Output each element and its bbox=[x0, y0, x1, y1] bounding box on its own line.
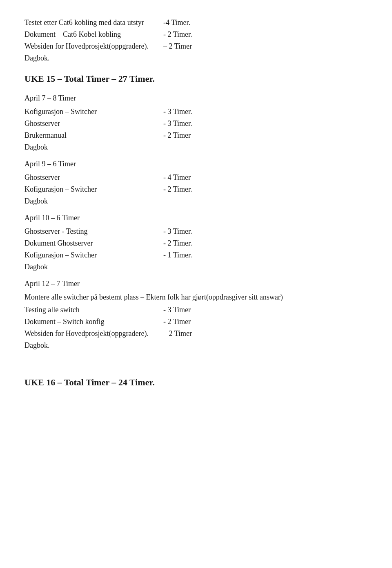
intro-section: Testet etter Cat6 kobling med data utsty… bbox=[24, 17, 368, 64]
april12-value-1: - 3 Timer bbox=[163, 304, 368, 315]
april12-section: April 12 – 7 Timer Montere alle switcher… bbox=[24, 278, 368, 351]
april9-value-1: - 4 Timer bbox=[163, 172, 368, 183]
april12-row-2: Dokument – Switch konfig - 2 Timer bbox=[24, 316, 368, 327]
april12-long-entry: Montere alle switcher på bestemt plass –… bbox=[24, 292, 368, 303]
intro-label-1: Testet etter Cat6 kobling med data utsty… bbox=[24, 17, 163, 28]
april10-label-1: Ghostserver - Testing bbox=[24, 226, 163, 237]
intro-row-3: Websiden for Hovedprosjekt(oppgradere). … bbox=[24, 41, 368, 52]
april12-dagbok: Dagbok. bbox=[24, 340, 368, 351]
april12-label-3: Websiden for Hovedprosjekt(oppgradere). bbox=[24, 328, 163, 339]
april12-value-3: – 2 Timer bbox=[163, 328, 368, 339]
april9-row-1: Ghostserver - 4 Timer bbox=[24, 172, 368, 183]
april7-dagbok: Dagbok bbox=[24, 142, 368, 153]
april10-row-1: Ghostserver - Testing - 3 Timer. bbox=[24, 226, 368, 237]
april9-title: April 9 – 6 Timer bbox=[24, 159, 368, 170]
april7-label-1: Kofigurasjon – Switcher bbox=[24, 106, 163, 117]
april12-row-3: Websiden for Hovedprosjekt(oppgradere). … bbox=[24, 328, 368, 339]
intro-label-2: Dokument – Cat6 Kobel kobling bbox=[24, 29, 163, 40]
page-content: Testet etter Cat6 kobling med data utsty… bbox=[24, 17, 368, 389]
uke16-section: UKE 16 – Total Timer – 24 Timer. bbox=[24, 376, 368, 389]
april12-value-2: - 2 Timer bbox=[163, 316, 368, 327]
uke16-header: UKE 16 – Total Timer – 24 Timer. bbox=[24, 376, 368, 389]
april9-dagbok: Dagbok bbox=[24, 196, 368, 207]
intro-value-3: – 2 Timer bbox=[163, 41, 368, 52]
april10-value-3: - 1 Timer. bbox=[163, 250, 368, 261]
april7-row-1: Kofigurasjon – Switcher - 3 Timer. bbox=[24, 106, 368, 117]
april12-row-1: Testing alle switch - 3 Timer bbox=[24, 304, 368, 315]
april10-dagbok: Dagbok bbox=[24, 262, 368, 273]
april7-value-3: - 2 Timer bbox=[163, 130, 368, 141]
april7-row-3: Brukermanual - 2 Timer bbox=[24, 130, 368, 141]
april10-value-2: - 2 Timer. bbox=[163, 238, 368, 249]
april10-label-3: Kofigurasjon – Switcher bbox=[24, 250, 163, 261]
intro-label-3: Websiden for Hovedprosjekt(oppgradere). bbox=[24, 41, 163, 52]
april7-title: April 7 – 8 Timer bbox=[24, 93, 368, 104]
intro-dagbok: Dagbok. bbox=[24, 53, 368, 64]
april10-title: April 10 – 6 Timer bbox=[24, 212, 368, 224]
april10-label-2: Dokument Ghostserver bbox=[24, 238, 163, 249]
april7-row-2: Ghostserver - 3 Timer. bbox=[24, 118, 368, 129]
intro-row-1: Testet etter Cat6 kobling med data utsty… bbox=[24, 17, 368, 28]
april7-label-2: Ghostserver bbox=[24, 118, 163, 129]
april9-row-2: Kofigurasjon – Switcher - 2 Timer. bbox=[24, 184, 368, 195]
april9-value-2: - 2 Timer. bbox=[163, 184, 368, 195]
april7-value-2: - 3 Timer. bbox=[163, 118, 368, 129]
april9-section: April 9 – 6 Timer Ghostserver - 4 Timer … bbox=[24, 159, 368, 207]
april10-row-3: Kofigurasjon – Switcher - 1 Timer. bbox=[24, 250, 368, 261]
april7-section: April 7 – 8 Timer Kofigurasjon – Switche… bbox=[24, 93, 368, 153]
uke15-section: UKE 15 – Total Timer – 27 Timer. April 7… bbox=[24, 72, 368, 351]
april10-row-2: Dokument Ghostserver - 2 Timer. bbox=[24, 238, 368, 249]
april10-value-1: - 3 Timer. bbox=[163, 226, 368, 237]
april7-label-3: Brukermanual bbox=[24, 130, 163, 141]
intro-row-2: Dokument – Cat6 Kobel kobling - 2 Timer. bbox=[24, 29, 368, 40]
april12-title: April 12 – 7 Timer bbox=[24, 278, 368, 289]
intro-value-1: -4 Timer. bbox=[163, 17, 368, 28]
april7-value-1: - 3 Timer. bbox=[163, 106, 368, 117]
uke15-header: UKE 15 – Total Timer – 27 Timer. bbox=[24, 72, 368, 85]
april9-label-2: Kofigurasjon – Switcher bbox=[24, 184, 163, 195]
april12-label-1: Testing alle switch bbox=[24, 304, 163, 315]
april12-label-2: Dokument – Switch konfig bbox=[24, 316, 163, 327]
april9-label-1: Ghostserver bbox=[24, 172, 163, 183]
intro-value-2: - 2 Timer. bbox=[163, 29, 368, 40]
april10-section: April 10 – 6 Timer Ghostserver - Testing… bbox=[24, 212, 368, 273]
